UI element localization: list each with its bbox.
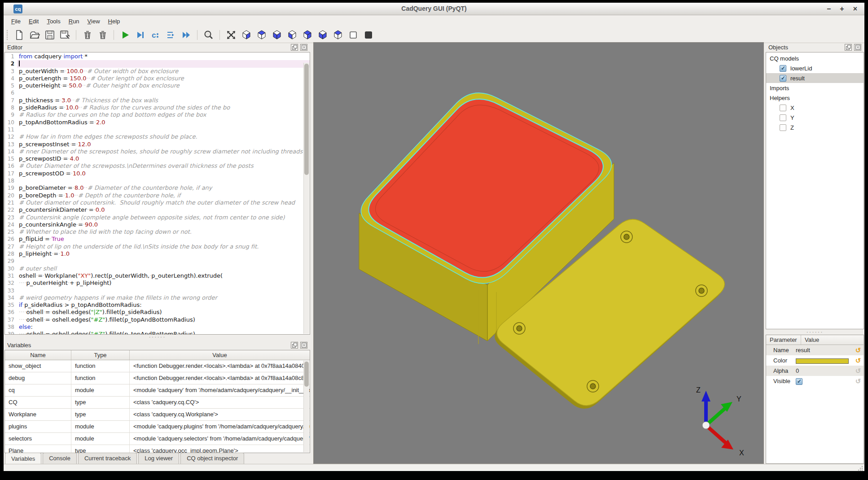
view-left-icon[interactable] (316, 28, 329, 41)
float-panel-icon[interactable] (845, 44, 852, 51)
code-line[interactable]: 38else: (5, 323, 310, 331)
code-line[interactable]: 15p_screwpostID·=·4.0 (5, 155, 310, 162)
code-line[interactable]: 10p_topAndBottomRadius·=·2.0 (5, 119, 310, 126)
checkbox-lowerlid[interactable] (780, 65, 786, 72)
reset-icon[interactable]: ↺ (853, 367, 864, 375)
table-row[interactable]: Planetype<class 'cadquery.occ_impl.geom.… (5, 445, 310, 453)
code-line[interactable]: 28p_lipHeight·=·1.0 (5, 250, 310, 257)
code-line[interactable]: 23# Countersink angle (complete angle be… (5, 214, 310, 221)
code-line[interactable]: 20p_boreDepth·=·1.0··# Depth of the coun… (5, 192, 310, 199)
table-row[interactable]: selectorsmodule<module 'cadquery.selecto… (5, 433, 310, 445)
objects-parameters-splitter[interactable] (766, 330, 864, 334)
variables-table-header[interactable]: NameTypeValue (5, 350, 310, 360)
reset-icon[interactable]: ↺ (853, 357, 864, 365)
parameter-row-color[interactable]: Color↺ (766, 355, 864, 366)
parameter-value[interactable] (796, 357, 853, 364)
tree-item-result[interactable]: result (766, 73, 864, 83)
tree-item-z[interactable]: Z (766, 122, 864, 132)
close-button[interactable]: × (853, 3, 857, 15)
menu-item-run[interactable]: Run (65, 17, 83, 26)
minimize-button[interactable]: − (827, 3, 831, 15)
code-line[interactable]: 12# How far in from the edges the screwp… (5, 133, 310, 140)
menu-item-file[interactable]: File (7, 17, 25, 26)
code-line[interactable]: 4p_outerLength·=·150.0··# Outer length o… (5, 75, 310, 82)
open-icon[interactable] (28, 28, 41, 41)
table-row[interactable]: debugfunction<function Debugger.render.<… (5, 372, 310, 384)
view-front-icon[interactable] (285, 28, 298, 41)
view-top-icon[interactable] (255, 28, 268, 41)
tab-variables[interactable]: Variables (5, 453, 41, 464)
code-line[interactable]: 26p_flipLid·=·True (5, 236, 310, 243)
reset-icon[interactable]: ↺ (853, 346, 864, 354)
code-line[interactable]: 13p_screwpostInset·=·12.0 (5, 141, 310, 148)
code-line[interactable]: 30# outer shell (5, 265, 310, 272)
code-line[interactable]: 16# Outer Diameter of the screwposts.\nD… (5, 162, 310, 170)
code-line[interactable]: 3p_outerWidth·=·100.0··# Outer width of … (5, 68, 310, 75)
tree-item-y[interactable]: Y (766, 113, 864, 122)
resize-grip-icon[interactable] (858, 465, 864, 471)
table-row[interactable]: pluginsmodule<module 'cadquery.plugins' … (5, 421, 310, 433)
checkbox-result[interactable] (780, 75, 786, 82)
column-header-name[interactable]: Name (5, 350, 71, 360)
step-next-icon[interactable] (164, 28, 177, 41)
visible-checkbox[interactable] (796, 378, 802, 385)
code-line[interactable]: 14# nner Diameter of the screwpost holes… (5, 148, 310, 155)
column-header-value[interactable]: Value (130, 350, 310, 360)
tree-item-x[interactable]: X (766, 103, 864, 113)
menu-item-help[interactable]: Help (104, 17, 124, 26)
tab-current-traceback[interactable]: Current traceback (78, 453, 137, 464)
view-right-icon[interactable] (331, 28, 344, 41)
tree-group-imports[interactable]: Imports (766, 83, 864, 93)
parameter-row-alpha[interactable]: Alpha0↺ (766, 366, 864, 376)
code-line[interactable]: 34# weird geometry happens if we make th… (5, 294, 310, 301)
code-line[interactable]: 6 (5, 89, 310, 96)
view-back-icon[interactable] (301, 28, 314, 41)
code-line[interactable]: 25# Whether to place the lid with the to… (5, 228, 310, 236)
tab-cq-object-inspector[interactable]: CQ object inspector (180, 453, 244, 464)
tab-log-viewer[interactable]: Log viewer (138, 453, 179, 464)
code-line[interactable]: 18 (5, 177, 310, 184)
code-line[interactable]: 37····oshell·=·oshell.edges("#Z").fillet… (5, 316, 310, 323)
step-icon[interactable]: c (149, 28, 162, 41)
3d-viewport[interactable]: Z Y X (313, 42, 764, 464)
code-line[interactable]: 9# Radius for the curves on the top and … (5, 111, 310, 118)
float-panel-icon[interactable] (291, 342, 298, 349)
inspect-icon[interactable] (202, 28, 215, 41)
menu-item-tools[interactable]: Tools (43, 17, 64, 26)
code-line[interactable]: 35if·p_sideRadius·>·p_topAndBottomRadius… (5, 301, 310, 309)
table-row[interactable]: show_objectfunction<function Debugger.re… (5, 360, 310, 372)
editor-variables-splitter[interactable] (4, 335, 310, 340)
maximize-button[interactable]: + (840, 3, 844, 15)
shaded-icon[interactable] (362, 28, 375, 41)
code-line[interactable]: 19p_boreDiameter·=·8.0··# Diameter of th… (5, 184, 310, 192)
variables-scrollbar[interactable] (303, 361, 309, 452)
parameter-value[interactable] (796, 377, 853, 384)
new-script-icon[interactable] (13, 28, 26, 41)
code-line[interactable]: 24p_countersinkAngle·=·90.0 (5, 221, 310, 228)
toolbar-drag-handle[interactable] (7, 30, 9, 40)
view-bottom-icon[interactable] (270, 28, 283, 41)
checkbox-z[interactable] (780, 124, 786, 131)
fit-view-icon[interactable] (224, 28, 237, 41)
code-line[interactable]: 2 (5, 60, 310, 67)
code-line[interactable]: 36····oshell·=·oshell.edges("|Z").fillet… (5, 309, 310, 316)
code-line[interactable]: 27# Height of lip on the underside of th… (5, 243, 310, 250)
code-line[interactable]: 22p_countersinkDiameter·=·0.0 (5, 206, 310, 214)
table-row[interactable]: Workplanetype<class 'cadquery.cq.Workpla… (5, 409, 310, 421)
tree-item-lowerlid[interactable]: lowerLid (766, 63, 864, 73)
code-line[interactable]: 32····p_outerHeight·+·p_lipHeight) (5, 279, 310, 287)
editor-scrollbar[interactable] (303, 63, 309, 334)
checkbox-x[interactable] (780, 105, 786, 111)
close-panel-icon[interactable] (300, 44, 307, 51)
code-line[interactable]: 21# Outer diameter of countersink. Shoul… (5, 199, 310, 206)
save-icon[interactable] (43, 28, 56, 41)
continue-icon[interactable] (180, 28, 193, 41)
code-line[interactable]: 8p_sideRadius·=·10.0··# Radius for the c… (5, 104, 310, 111)
code-line[interactable]: 29 (5, 257, 310, 265)
float-panel-icon[interactable] (291, 44, 298, 51)
wireframe-icon[interactable] (346, 28, 359, 41)
code-line[interactable]: 31oshell·=·Workplane("XY").rect(p_outerW… (5, 272, 310, 279)
tree-group-helpers[interactable]: Helpers (766, 93, 864, 103)
table-row[interactable]: cqmodule<module 'cadquery' from '/home/a… (5, 384, 310, 397)
parameter-row-visible[interactable]: Visible↺ (766, 376, 864, 386)
